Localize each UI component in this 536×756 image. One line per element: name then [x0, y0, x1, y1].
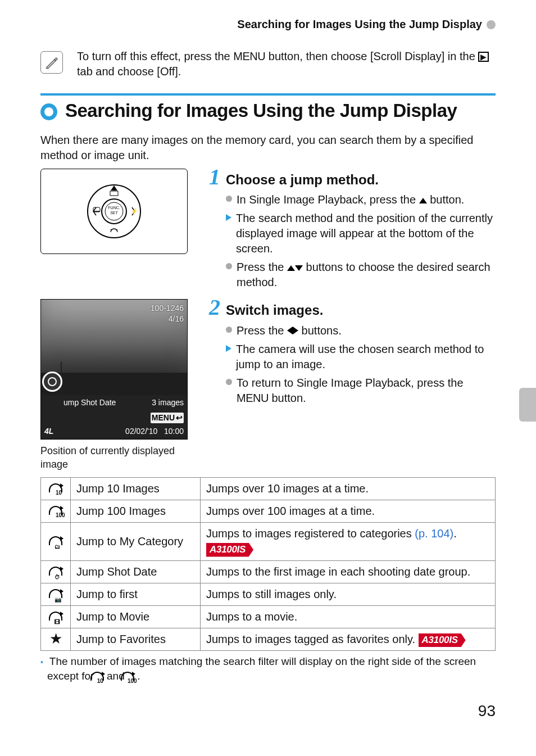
- jump-date-icon: ⏱: [49, 565, 62, 578]
- screenshot-date: 02/02/'10: [125, 427, 157, 436]
- jump-desc: Jumps to images registered to categories…: [201, 522, 496, 560]
- jump-name: Jump Shot Date: [71, 560, 201, 583]
- jump-name: Jump to Movie: [71, 605, 201, 628]
- page-link[interactable]: (p. 104): [415, 527, 453, 540]
- step-1-bullet-3: Press the buttons to choose the desired …: [237, 260, 496, 290]
- a3100is-badge: A3100IS: [419, 633, 466, 648]
- step-2-title: Switch images.: [226, 301, 323, 319]
- bullet-dot-icon: [226, 379, 232, 385]
- jump-favorites-icon: ★: [49, 631, 62, 646]
- step-1-bullet-1: In Single Image Playback, press the butt…: [237, 192, 496, 207]
- jump-10-icon: 10: [49, 482, 62, 495]
- table-row: 🗂 Jump to My Category Jumps to images re…: [41, 522, 496, 560]
- table-row: 📷 Jump to first Jumps to still images on…: [41, 583, 496, 605]
- page-number: 93: [40, 700, 496, 722]
- jump-desc: Jumps to still images only.: [201, 583, 496, 605]
- running-header-text: Searching for Images Using the Jump Disp…: [237, 17, 482, 32]
- bullet-dot-icon: [226, 263, 232, 269]
- tip-text-1: To turn off this effect, press the: [77, 50, 233, 62]
- jump-desc: Jumps over 10 images at a time.: [201, 477, 496, 500]
- intro-paragraph: When there are many images on the memory…: [40, 133, 496, 163]
- svg-text:FUNC.: FUNC.: [108, 206, 120, 210]
- camera-screenshot: 100-1246 4/16 ump Shot Date 3 images MEN…: [40, 299, 188, 440]
- jump-still-icon: 📷: [49, 588, 62, 600]
- jump-methods-table: 10 Jump 10 Images Jumps over 10 images a…: [40, 477, 496, 651]
- screenshot-caption: Position of currently displayed image: [40, 444, 198, 472]
- menu-word: MENU: [233, 50, 265, 62]
- step-1-bullet-2: The search method and the position of th…: [236, 211, 496, 256]
- side-tab: [519, 388, 536, 422]
- step-2: 100-1246 4/16 ump Shot Date 3 images MEN…: [40, 299, 496, 471]
- svg-text:SET: SET: [110, 211, 118, 215]
- screenshot-folder: 100-1246: [151, 303, 184, 314]
- screenshot-size: 4L: [44, 426, 53, 437]
- up-triangle-icon: [287, 265, 295, 271]
- running-header: Searching for Images Using the Jump Disp…: [40, 17, 496, 32]
- footnote: The number of images matching the search…: [40, 654, 496, 683]
- table-row: 🎞 Jump to Movie Jumps to a movie.: [41, 605, 496, 628]
- heading-text: Searching for Images Using the Jump Disp…: [65, 100, 457, 121]
- down-triangle-icon: [295, 265, 303, 271]
- table-row: 100 Jump 100 Images Jumps over 100 image…: [41, 500, 496, 522]
- result-arrow-icon: [226, 214, 231, 221]
- header-bullet-icon: [487, 20, 496, 29]
- control-pad-illustration: FUNC. SET ⚡: [40, 169, 188, 254]
- jump-name: Jump to first: [71, 583, 201, 605]
- svg-rect-6: [110, 191, 118, 196]
- jump-category-icon: 🗂: [49, 535, 62, 547]
- jump-desc: Jumps to a movie.: [201, 605, 496, 628]
- tip-text: To turn off this effect, press the MENU …: [77, 49, 496, 79]
- result-arrow-icon: [226, 345, 231, 352]
- jump-desc: Jumps to images tagged as favorites only…: [201, 628, 496, 651]
- step-1-number: 1: [209, 169, 220, 185]
- pencil-icon: [40, 51, 63, 74]
- step-2-bullet-2: The camera will use the chosen search me…: [236, 342, 496, 372]
- jump-movie-icon: 🎞: [49, 610, 62, 623]
- screenshot-mode-label: ump Shot Date: [63, 397, 116, 408]
- up-triangle-icon: [419, 198, 427, 203]
- tip-text-2: button, then choose [Scroll Display] in …: [265, 50, 478, 62]
- step-1: FUNC. SET ⚡ 1 Choose a jump method.: [40, 169, 496, 293]
- svg-point-9: [111, 229, 112, 230]
- table-row: ★ Jump to Favorites Jumps to images tagg…: [41, 628, 496, 651]
- jump-name: Jump 10 Images: [71, 477, 201, 500]
- menu-return-icon: MENU↩: [151, 413, 184, 423]
- bullet-dot-icon: [226, 327, 232, 333]
- svg-text:⚡: ⚡: [131, 207, 138, 215]
- heading-circle-icon: [40, 103, 57, 120]
- screenshot-position: 4/16: [151, 314, 184, 324]
- right-triangle-icon: [293, 327, 298, 334]
- step-2-bullet-1: Press the buttons.: [237, 323, 496, 338]
- svg-marker-5: [111, 185, 117, 191]
- jump-name: Jump to My Category: [71, 522, 201, 560]
- svg-point-10: [116, 229, 117, 230]
- bullet-dot-icon: [226, 196, 232, 202]
- playback-tab-icon: ▶: [478, 52, 489, 62]
- tip-block: To turn off this effect, press the MENU …: [40, 49, 496, 79]
- left-triangle-icon: [287, 327, 293, 334]
- jump-10-icon: 10: [97, 671, 104, 683]
- jump-name: Jump 100 Images: [71, 500, 201, 522]
- table-row: ⏱ Jump Shot Date Jumps to the first imag…: [41, 560, 496, 583]
- step-2-bullet-3: To return to Single Image Playback, pres…: [237, 375, 496, 406]
- step-2-number: 2: [209, 299, 220, 316]
- jump-100-icon: 100: [49, 505, 62, 517]
- a3100is-badge: A3100IS: [206, 543, 253, 557]
- screenshot-count: 3 images: [152, 397, 184, 408]
- section-heading: Searching for Images Using the Jump Disp…: [40, 93, 496, 121]
- menu-word: MENU: [237, 392, 269, 404]
- jump-desc: Jumps to the first image in each shootin…: [201, 560, 496, 583]
- jump-name: Jump to Favorites: [71, 628, 201, 651]
- jump-desc: Jumps over 100 images at a time.: [201, 500, 496, 522]
- jump-100-icon: 100: [128, 671, 134, 683]
- screenshot-time: 10:00: [164, 427, 184, 436]
- step-1-title: Choose a jump method.: [226, 171, 379, 189]
- tip-text-3: tab and choose [Off].: [77, 65, 181, 78]
- table-row: 10 Jump 10 Images Jumps over 10 images a…: [41, 477, 496, 500]
